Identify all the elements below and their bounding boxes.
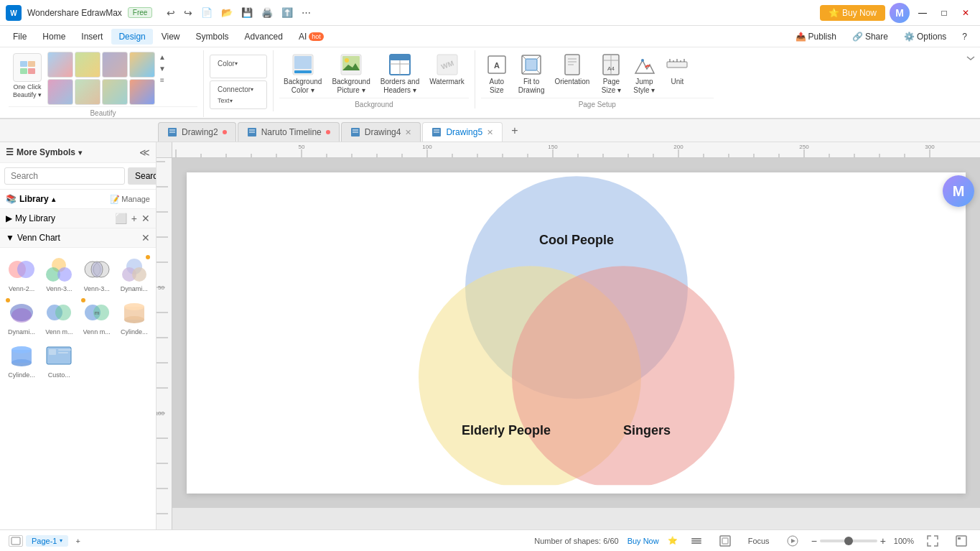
play-button[interactable] bbox=[783, 534, 803, 548]
beautify-style-1[interactable] bbox=[47, 52, 73, 78]
shape-dynamic-a[interactable]: Dynami... bbox=[117, 254, 151, 294]
menu-symbols[interactable]: Symbols bbox=[189, 29, 236, 45]
menu-file[interactable]: File bbox=[6, 29, 34, 45]
auto-size-button[interactable]: A AutoSize bbox=[481, 50, 513, 98]
minimize-button[interactable]: — bbox=[914, 4, 931, 22]
one-click-beautify-button[interactable]: One ClickBeautify ▾ bbox=[9, 50, 46, 102]
venn-chart-title[interactable]: ▼ Venn Chart bbox=[6, 233, 60, 243]
options-btn[interactable]: ⚙️ Options bbox=[897, 29, 953, 45]
jump-style-button[interactable]: JumpStyle ▾ bbox=[628, 50, 660, 98]
search-button[interactable]: Search bbox=[128, 167, 157, 185]
beautify-style-4[interactable] bbox=[129, 52, 155, 78]
shape-venn-2[interactable]: Venn-2... bbox=[4, 254, 39, 294]
share-btn[interactable]: 🔗 Share bbox=[845, 29, 895, 45]
menu-insert[interactable]: Insert bbox=[74, 29, 110, 45]
shape-venn-m-b[interactable]: m Venn m... bbox=[80, 297, 114, 337]
shape-dynamic-b[interactable]: Dynami... bbox=[4, 297, 39, 337]
tab-drawing5[interactable]: Drawing5 ✕ bbox=[422, 122, 503, 142]
menu-ai[interactable]: AI hot bbox=[291, 29, 331, 45]
singers-circle[interactable] bbox=[512, 266, 734, 485]
export-btn[interactable]: ⬆️ bbox=[279, 6, 296, 19]
new-btn[interactable]: 📄 bbox=[198, 6, 215, 19]
svg-rect-77 bbox=[58, 352, 68, 353]
chevron-down-icon: ▾ bbox=[78, 149, 82, 157]
shape-cylinde-a[interactable]: Cylinde... bbox=[117, 297, 151, 337]
beautify-style-6[interactable] bbox=[75, 79, 101, 105]
add-page-button[interactable]: + bbox=[71, 535, 84, 547]
shape-venn-m-a[interactable]: Venn m... bbox=[42, 297, 76, 337]
shape-venn-3a[interactable]: Venn-3... bbox=[42, 254, 76, 294]
shape-venn-3b[interactable]: Venn-3... bbox=[80, 254, 114, 294]
page-size-button[interactable]: A4 PageSize ▾ bbox=[595, 50, 627, 98]
zoom-in-button[interactable]: + bbox=[880, 535, 886, 547]
cylinde-b-label: Cylinde... bbox=[8, 371, 35, 379]
buy-now-status[interactable]: Buy Now bbox=[627, 537, 659, 545]
add-tab-button[interactable]: + bbox=[504, 120, 525, 142]
shape-cylinde-b[interactable]: Cylinde... bbox=[4, 340, 39, 380]
focus-button[interactable]: Focus bbox=[744, 535, 774, 547]
beautify-style-2[interactable] bbox=[75, 52, 101, 78]
my-library-title[interactable]: ▶ My Library bbox=[6, 213, 55, 223]
page-tab[interactable]: Page-1 ▾ bbox=[26, 535, 68, 547]
drawing-surface[interactable]: Cool People Elderly People Singers M bbox=[172, 158, 980, 508]
redo-btn[interactable]: ↪ bbox=[181, 6, 195, 20]
tab-drawing4[interactable]: Drawing4 ✕ bbox=[341, 122, 421, 142]
beautify-grid bbox=[47, 50, 155, 106]
maximize-button[interactable]: □ bbox=[935, 4, 953, 22]
user-avatar[interactable]: M bbox=[890, 3, 910, 23]
tab-drawing5-close[interactable]: ✕ bbox=[487, 128, 493, 137]
search-input[interactable] bbox=[4, 167, 125, 185]
zoom-slider[interactable] bbox=[820, 540, 877, 542]
menu-design[interactable]: Design bbox=[111, 29, 152, 45]
watermark-button[interactable]: WM Watermark bbox=[425, 50, 469, 89]
zoom-out-button[interactable]: − bbox=[811, 535, 817, 547]
open-btn[interactable]: 📂 bbox=[218, 6, 235, 19]
help-btn[interactable]: ? bbox=[955, 29, 974, 45]
more-btn[interactable]: ⋯ bbox=[299, 6, 314, 19]
my-library-close[interactable]: ✕ bbox=[141, 213, 150, 224]
elderly-people-label: Elderly People bbox=[461, 423, 550, 437]
background-color-button[interactable]: BackgroundColor ▾ bbox=[279, 50, 326, 98]
fit-to-drawing-button[interactable]: Fit toDrawing bbox=[514, 50, 549, 98]
expand-icon bbox=[966, 53, 976, 63]
borders-headers-button[interactable]: Borders andHeaders ▾ bbox=[376, 50, 424, 98]
tab-drawing4-close[interactable]: ✕ bbox=[405, 128, 411, 137]
tab-naruto-timeline[interactable]: Naruto Timeline bbox=[238, 122, 340, 142]
ribbon-expand[interactable] bbox=[964, 50, 977, 68]
beautify-style-3[interactable] bbox=[102, 52, 128, 78]
library-title[interactable]: 📚 Library ▴ bbox=[6, 194, 55, 204]
undo-btn[interactable]: ↩ bbox=[164, 6, 178, 20]
buy-now-button[interactable]: ⭐ Buy Now bbox=[820, 5, 885, 21]
layers-button[interactable] bbox=[686, 534, 706, 548]
fit-window-button[interactable] bbox=[923, 534, 943, 548]
beautify-scroll-down[interactable]: ▼ bbox=[157, 63, 168, 73]
venn-close-button[interactable]: ✕ bbox=[141, 232, 150, 244]
library-chevron: ▴ bbox=[52, 195, 55, 203]
orientation-button[interactable]: Orientation bbox=[550, 50, 594, 89]
my-library-export[interactable]: ⬜ bbox=[115, 213, 127, 224]
publish-btn[interactable]: 📤 Publish bbox=[788, 29, 844, 45]
tab-drawing2[interactable]: Drawing2 bbox=[158, 122, 236, 142]
beautify-style-7[interactable] bbox=[102, 79, 128, 105]
beautify-scroll-up[interactable]: ▲ bbox=[157, 52, 168, 62]
sidebar-collapse-button[interactable]: ≪ bbox=[139, 147, 150, 158]
unit-button[interactable]: Unit bbox=[661, 50, 693, 89]
save-btn[interactable]: 💾 bbox=[238, 6, 256, 19]
fullscreen-button[interactable] bbox=[951, 534, 971, 548]
menu-advanced[interactable]: Advanced bbox=[238, 29, 290, 45]
beautify-style-8[interactable] bbox=[129, 79, 155, 105]
color-dropdown[interactable]: Color ▾ bbox=[210, 55, 267, 78]
print-btn[interactable]: 🖨️ bbox=[258, 6, 276, 19]
manage-button[interactable]: 📝 Manage bbox=[110, 195, 150, 204]
beautify-scroll-expand[interactable]: ≡ bbox=[157, 75, 168, 85]
venn-diagram[interactable]: Cool People Elderly People Singers bbox=[397, 169, 756, 485]
shape-custom[interactable]: Custo... bbox=[42, 340, 76, 380]
connector-text-dropdown[interactable]: Connector ▾ Text ▾ bbox=[210, 80, 267, 109]
close-button[interactable]: ✕ bbox=[957, 4, 974, 22]
menu-home[interactable]: Home bbox=[35, 29, 73, 45]
beautify-style-5[interactable] bbox=[47, 79, 73, 105]
menu-view[interactable]: View bbox=[154, 29, 187, 45]
my-library-add[interactable]: + bbox=[131, 213, 137, 224]
fit-page-button[interactable] bbox=[715, 534, 735, 548]
background-picture-button[interactable]: BackgroundPicture ▾ bbox=[327, 50, 374, 98]
